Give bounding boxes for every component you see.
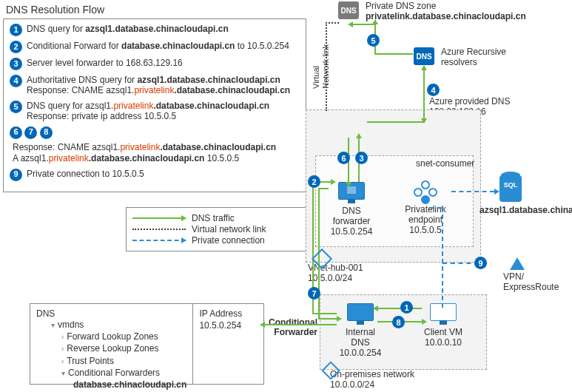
svg-rect-0 [347,186,356,194]
badge-7: 7 [308,287,320,300]
badge-2: 2 [308,175,320,188]
badge-4: 4 [427,84,440,96]
badge-6: 6 [337,152,350,164]
azure-resolvers-icon: DNS [413,47,435,65]
vnl-label: VirtualNetwork link [312,22,330,89]
step-4: 4Authoritative DNS query for azsql1.data… [10,75,300,96]
step-5: 5DNS query for azsql1.privatelink.databa… [10,101,300,122]
private-dns-zone-icon: DNS [337,1,360,19]
badge-5: 5 [367,34,380,47]
step-9: 9Private connection to 10.5.0.5 [10,169,300,181]
step-1: 1DNS query for azsql1.database.chinaclou… [10,24,300,36]
step-3: 3Server level forwarder to 168.63.129.16 [10,58,300,70]
resolvers-label: Azure Recursiveresolvers [441,47,506,68]
vnet-label: VNet-hub-00110.5.0.0/24 [308,263,363,284]
internal-dns: InternalDNS10.0.0.254 [334,303,386,358]
dns-traffic-icon [132,217,186,219]
expressroute-icon [506,257,528,270]
onprem-label: On-premises network10.0.0.0/24 [330,370,414,391]
flow-steps: 1DNS query for azsql1.database.chinaclou… [3,18,306,192]
dns-forwarder: DNSforwarder10.5.0.254 [326,182,377,237]
client-vm: Client VM10.0.0.10 [417,303,469,348]
step-678: 6 7 8 [10,126,300,139]
pdns-label: Private DNS zoneprivatelink.database.chi… [366,1,526,22]
badge-8: 8 [392,316,405,328]
legend: DNS traffic Virtual network link Private… [126,207,311,251]
cond-fwd-label: ConditionalForwarder [269,318,317,337]
badge-3: 3 [355,152,368,164]
flow-title: DNS Resolution Flow [6,4,104,16]
private-conn-icon [132,240,186,241]
dns-config-panel: DNS ▾vmdns ›Forward Lookup Zones ›Revers… [30,303,264,385]
privatelink-endpoint: Privatelinkendpoint10.5.0.5 [400,182,451,235]
badge-9: 9 [474,257,487,269]
sql-icon [496,175,525,202]
sql-label: azsql1.database.chinacloudapi.cn [480,206,568,216]
badge-1: 1 [400,301,413,314]
vpn-label: VPN/ExpressRoute [503,272,559,293]
vnet-link-icon [132,229,186,230]
snet-label: snet-consumer [416,159,474,169]
step-2: 2Conditional Forward for database.chinac… [10,41,300,53]
